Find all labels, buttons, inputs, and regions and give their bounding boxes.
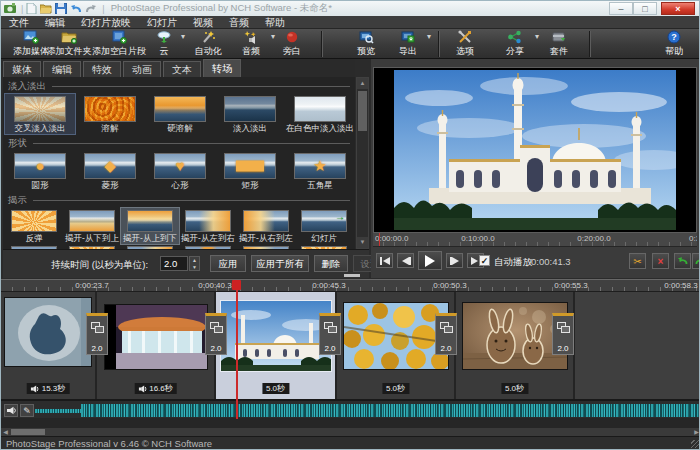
new-project-icon[interactable]: [25, 3, 37, 14]
clip-duration-chip: 5.0秒: [501, 383, 528, 394]
go-to-start-button[interactable]: [376, 253, 393, 268]
redo-icon[interactable]: [85, 3, 97, 14]
scrollbar-thumb[interactable]: [358, 91, 367, 131]
preview-playhead[interactable]: [379, 233, 380, 247]
timeline-clip-1[interactable]: 15.3秒: [1, 292, 97, 399]
previous-frame-button[interactable]: [397, 253, 414, 268]
transition-item-reveal-bottom-up[interactable]: 揭开-从下到上: [63, 208, 121, 244]
apply-all-button[interactable]: 应用于所有: [251, 255, 309, 272]
transition-badge-2[interactable]: 2.0: [205, 313, 227, 355]
audio-mute-button[interactable]: [4, 404, 18, 417]
menu-file[interactable]: 文件: [1, 16, 37, 29]
share-button[interactable]: ▾ 分享: [489, 30, 541, 58]
autoplay-checkbox[interactable]: ✓: [479, 255, 490, 266]
transition-badge-3[interactable]: 2.0: [319, 313, 341, 355]
transition-item-reveal-top-down[interactable]: 揭开-从上到下: [121, 208, 179, 244]
transition-item-reveal-right-left[interactable]: 揭开-从右到左: [237, 208, 295, 244]
menu-edit[interactable]: 编辑: [37, 16, 73, 29]
tab-effects[interactable]: 特效: [83, 61, 121, 77]
transition-item-rectangle[interactable]: 矩形: [215, 151, 285, 191]
menu-slide[interactable]: 幻灯片: [139, 16, 185, 29]
spinner-up-icon[interactable]: ▲: [192, 257, 197, 263]
transition-item-dissolve[interactable]: 溶解: [75, 94, 145, 134]
title-bar: | | PhotoStage Professional by NCH Softw…: [1, 1, 699, 16]
transition-item-fade[interactable]: 淡入淡出: [215, 94, 285, 134]
export-button[interactable]: ▾ 导出: [383, 30, 433, 58]
transition-item-diamond[interactable]: ◆ 菱形: [75, 151, 145, 191]
clip-duration-chip: 15.3秒: [27, 383, 70, 394]
transition-item-reveal-left-right[interactable]: 揭开-从左到右: [179, 208, 237, 244]
tab-text[interactable]: 文本: [163, 61, 201, 77]
transition-item-bounce[interactable]: 反弹: [5, 208, 63, 244]
timeline-ruler[interactable]: 0:00:23.7 0:00:40.3 0:00:45.3 0:00:50.3 …: [1, 279, 700, 292]
resize-grip[interactable]: [691, 440, 699, 448]
menu-help[interactable]: 帮助: [257, 16, 293, 29]
export-icon: [383, 30, 433, 45]
audio-edit-button[interactable]: ✎: [20, 404, 34, 417]
play-button[interactable]: [418, 251, 442, 270]
transition-item-fade-white[interactable]: 在白色中淡入淡出: [285, 94, 355, 134]
tab-transitions[interactable]: 转场: [203, 59, 241, 77]
duration-input[interactable]: 2.0: [160, 256, 188, 271]
transition-label: 揭开-从上到下: [121, 234, 179, 243]
record-icon: [267, 30, 317, 45]
transition-badge-1[interactable]: 2.0: [86, 313, 108, 355]
timeline-clip-2[interactable]: 16.6秒: [97, 292, 216, 399]
transition-badge-5[interactable]: 2.0: [552, 313, 574, 355]
preview-panel: 0:00:00.0 0:10:00.0 0:20:00.0 0:30:00.0 …: [371, 59, 699, 278]
audio-waveform-quiet[interactable]: [35, 409, 81, 413]
app-window: | | PhotoStage Professional by NCH Softw…: [0, 0, 700, 450]
transitions-scrollbar[interactable]: ▲ ▼: [356, 77, 369, 249]
close-button[interactable]: ×: [661, 2, 695, 15]
scrollbar-thumb[interactable]: [11, 429, 45, 435]
tab-animation[interactable]: 动画: [123, 61, 161, 77]
minimize-button[interactable]: –: [609, 2, 633, 15]
transition-item-circle[interactable]: ● 圆形: [5, 151, 75, 191]
playhead-marker[interactable]: [232, 280, 241, 290]
undo-icon[interactable]: [70, 3, 82, 14]
preview-seek-bar[interactable]: 0:00:00.0 0:10:00.0 0:20:00.0 0:30:00.0: [373, 233, 697, 247]
maximize-button[interactable]: □: [633, 2, 657, 15]
timeline-empty-area[interactable]: [575, 292, 700, 399]
options-icon: [441, 30, 489, 45]
help-button[interactable]: ? 帮助: [651, 30, 697, 58]
transition-item-heart[interactable]: ♥ 心形: [145, 151, 215, 191]
delete-button[interactable]: 删除: [314, 255, 348, 272]
apply-button[interactable]: 应用: [210, 255, 246, 272]
scroll-down-button[interactable]: ▼: [357, 237, 368, 248]
transition-item-slide[interactable]: → 幻灯片: [295, 208, 353, 244]
tab-media[interactable]: 媒体: [3, 61, 41, 77]
scroll-right-button[interactable]: ▶: [692, 428, 700, 436]
playhead-line[interactable]: [236, 280, 238, 419]
scroll-left-button[interactable]: ◀: [1, 428, 10, 436]
suite-button[interactable]: 套件: [535, 30, 583, 58]
menu-video[interactable]: 视频: [185, 16, 221, 29]
transition-badge-4[interactable]: 2.0: [435, 313, 457, 355]
save-icon[interactable]: [55, 3, 67, 14]
export-dropdown-arrow[interactable]: ▾: [427, 32, 431, 41]
transition-item-star[interactable]: ★ 五角星: [285, 151, 355, 191]
next-frame-button[interactable]: [446, 253, 463, 268]
narrate-button[interactable]: 旁白: [267, 30, 317, 58]
timeline-scrollbar[interactable]: ◀ ▶: [1, 428, 700, 436]
menu-audio[interactable]: 音频: [221, 16, 257, 29]
scroll-up-button[interactable]: ▲: [357, 78, 368, 89]
clip-duration-chip: 5.0秒: [262, 383, 289, 394]
transition-row-fade: 交叉淡入淡出 溶解 硬溶解 淡入淡出 在白色中淡入淡出: [3, 94, 355, 134]
redo-action-button[interactable]: [692, 253, 700, 269]
spinner-down-icon[interactable]: ▼: [192, 264, 197, 270]
transition-item-hard-dissolve[interactable]: 硬溶解: [145, 94, 215, 134]
clip-duration-chip: 16.6秒: [134, 383, 177, 394]
options-button[interactable]: 选项: [441, 30, 489, 58]
duration-spinner[interactable]: ▲▼: [189, 256, 200, 271]
splitter-handle[interactable]: [344, 274, 360, 277]
menu-slideshow[interactable]: 幻灯片放映: [73, 16, 139, 29]
tab-edit[interactable]: 编辑: [43, 61, 81, 77]
open-project-icon[interactable]: [40, 3, 52, 14]
audio-waveform[interactable]: [81, 404, 699, 417]
transition-label: 揭开-从左到右: [179, 234, 237, 243]
remove-button[interactable]: ×: [652, 253, 669, 269]
transition-item-crossfade[interactable]: 交叉淡入淡出: [5, 94, 75, 134]
split-scissors-button[interactable]: ✂: [629, 253, 646, 269]
undo-action-button[interactable]: [674, 253, 691, 269]
